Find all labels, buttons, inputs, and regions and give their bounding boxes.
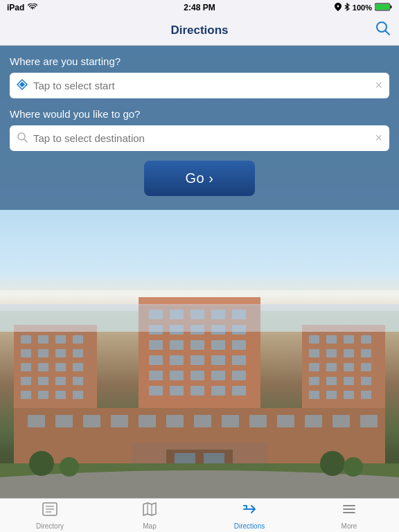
svg-rect-92	[222, 415, 239, 427]
tab-map-label: Map	[143, 522, 156, 530]
svg-rect-97	[360, 415, 378, 427]
svg-rect-89	[139, 415, 156, 427]
search-button[interactable]	[375, 21, 391, 40]
svg-rect-20	[55, 363, 66, 371]
svg-rect-107	[0, 304, 399, 332]
tab-map[interactable]: Map	[100, 499, 200, 532]
tab-directions[interactable]: Directions	[200, 499, 299, 532]
hospital-illustration	[0, 207, 399, 498]
svg-rect-66	[344, 335, 354, 344]
svg-rect-51	[232, 355, 246, 365]
svg-rect-21	[73, 363, 83, 371]
status-right: 100%	[335, 3, 392, 12]
status-bar: iPad 2:48 PM 100%	[0, 0, 399, 15]
more-icon	[342, 502, 357, 521]
directions-form: Where are you starting? × Where would yo…	[0, 46, 399, 210]
svg-rect-78	[344, 377, 354, 385]
svg-rect-16	[55, 349, 66, 357]
svg-rect-45	[211, 340, 225, 350]
wifi-icon	[28, 3, 37, 12]
start-input-row[interactable]: ×	[10, 73, 389, 98]
svg-rect-27	[38, 391, 48, 399]
destination-input[interactable]	[33, 132, 375, 144]
svg-rect-75	[361, 363, 371, 371]
svg-rect-95	[305, 415, 322, 427]
battery-label: 100%	[353, 3, 372, 12]
svg-rect-94	[277, 415, 294, 427]
svg-rect-96	[332, 415, 350, 427]
svg-rect-42	[149, 340, 163, 350]
svg-rect-17	[73, 349, 83, 357]
svg-rect-26	[21, 391, 31, 399]
status-time: 2:48 PM	[184, 3, 215, 12]
svg-rect-50	[211, 355, 225, 365]
svg-rect-46	[232, 340, 246, 350]
location-icon	[335, 3, 342, 12]
svg-rect-11	[38, 335, 48, 344]
svg-rect-88	[111, 415, 128, 427]
go-button[interactable]: Go ›	[144, 161, 256, 196]
start-clear-button[interactable]: ×	[375, 78, 382, 93]
svg-rect-57	[149, 386, 163, 396]
svg-rect-1	[375, 4, 389, 10]
svg-rect-81	[326, 391, 337, 399]
status-left: iPad	[7, 3, 37, 12]
destination-input-row[interactable]: ×	[10, 125, 389, 151]
tab-more[interactable]: More	[299, 499, 399, 532]
svg-rect-28	[55, 391, 66, 399]
svg-rect-53	[170, 371, 184, 380]
svg-rect-67	[361, 335, 371, 344]
svg-rect-72	[309, 363, 319, 371]
svg-rect-80	[309, 391, 319, 399]
svg-point-104	[60, 457, 79, 477]
svg-rect-24	[55, 377, 66, 385]
svg-line-4	[386, 30, 390, 35]
svg-rect-49	[190, 355, 204, 365]
svg-rect-12	[55, 335, 66, 344]
destination-search-icon	[17, 132, 28, 145]
svg-rect-87	[83, 415, 100, 427]
svg-rect-47	[149, 355, 163, 365]
tab-directory-label: Directory	[36, 522, 64, 530]
start-label: Where are you starting?	[10, 55, 389, 67]
svg-rect-22	[21, 377, 31, 385]
svg-rect-14	[21, 349, 31, 357]
svg-rect-25	[73, 377, 83, 385]
svg-rect-23	[38, 377, 48, 385]
svg-rect-79	[361, 377, 371, 385]
start-input[interactable]	[33, 80, 375, 91]
svg-point-105	[320, 451, 345, 476]
svg-rect-73	[326, 363, 337, 371]
svg-rect-83	[361, 391, 371, 399]
svg-rect-54	[190, 371, 204, 380]
svg-rect-56	[232, 371, 246, 380]
svg-rect-65	[326, 335, 337, 344]
svg-point-106	[344, 457, 363, 477]
svg-rect-58	[170, 386, 184, 396]
svg-rect-52	[149, 371, 163, 380]
svg-rect-68	[309, 349, 319, 357]
svg-rect-60	[211, 386, 225, 396]
svg-rect-70	[344, 349, 354, 357]
svg-rect-18	[21, 363, 31, 371]
svg-rect-64	[309, 335, 319, 344]
destination-clear-button[interactable]: ×	[375, 131, 382, 145]
destination-label: Where would you like to go?	[10, 108, 389, 120]
svg-rect-90	[166, 415, 184, 427]
svg-rect-82	[344, 391, 354, 399]
main-content: Where are you starting? × Where would yo…	[0, 46, 399, 498]
tab-bar: Directory Map Directions	[0, 498, 399, 532]
svg-rect-2	[391, 6, 392, 8]
svg-rect-71	[361, 349, 371, 357]
svg-rect-44	[190, 340, 204, 350]
svg-rect-48	[170, 355, 184, 365]
tab-directory[interactable]: Directory	[0, 499, 100, 532]
carrier-label: iPad	[7, 3, 24, 12]
svg-rect-19	[38, 363, 48, 371]
battery-icon	[375, 3, 392, 12]
nav-bar: Directions	[0, 15, 399, 46]
svg-rect-74	[344, 363, 354, 371]
page-title: Directions	[170, 24, 228, 37]
svg-rect-59	[190, 386, 204, 396]
svg-rect-10	[21, 335, 31, 344]
